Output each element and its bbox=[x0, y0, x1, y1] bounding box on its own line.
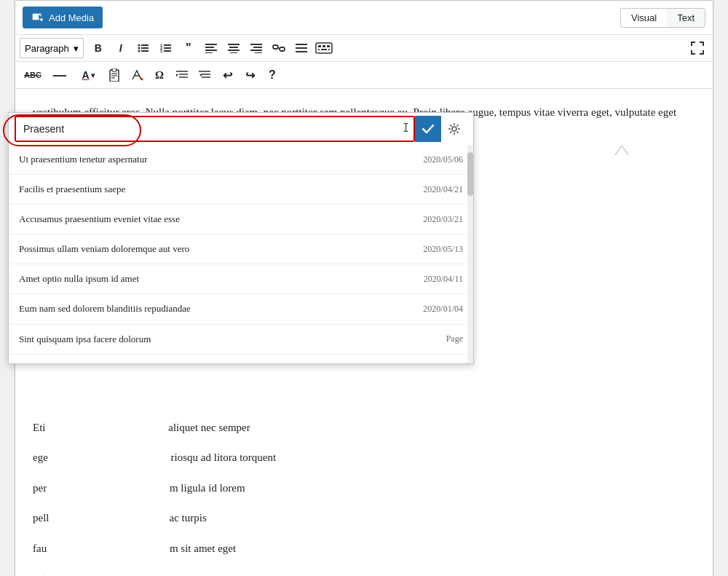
list-item[interactable]: Accusamus praesentium eveniet vitae esse… bbox=[9, 205, 473, 234]
list-item[interactable]: Ut praesentium tenetur aspernatur 2020/0… bbox=[9, 145, 473, 175]
paragraph-6: pell ac turpis bbox=[33, 509, 695, 528]
link-submit-button[interactable] bbox=[415, 116, 441, 142]
ol-list-button[interactable]: 1.2.3. bbox=[155, 38, 177, 58]
svg-rect-40 bbox=[318, 49, 320, 50]
link-dropdown: I bbox=[8, 112, 474, 364]
result-title: Culpa illo ut eveniet impedit est bbox=[19, 361, 140, 363]
add-media-label: Add Media bbox=[49, 12, 94, 23]
paragraph-select[interactable]: Paragraph ▾ bbox=[20, 38, 84, 58]
svg-point-6 bbox=[138, 44, 140, 47]
paste-as-text-button[interactable] bbox=[103, 65, 125, 85]
link-button[interactable] bbox=[268, 38, 290, 58]
scrollbar-thumb[interactable] bbox=[467, 152, 473, 196]
result-title: Eum nam sed dolorem blanditiis repudiand… bbox=[19, 301, 191, 317]
list-item[interactable]: Possimus ullam veniam doloremque aut ver… bbox=[9, 234, 473, 264]
list-item[interactable]: Amet optio nulla ipsum id amet 2020/04/1… bbox=[9, 264, 473, 294]
align-right-button[interactable] bbox=[245, 38, 267, 58]
svg-text:3.: 3. bbox=[160, 49, 164, 53]
result-title: Possimus ullam veniam doloremque aut ver… bbox=[19, 241, 189, 257]
paragraph-arrow-icon: ▾ bbox=[74, 43, 79, 54]
result-title: Facilis et praesentium saepe bbox=[19, 181, 125, 197]
result-date: 2020/05/13 bbox=[423, 242, 463, 256]
redo-button[interactable]: ↪ bbox=[239, 65, 261, 85]
text-tab[interactable]: Text bbox=[667, 9, 705, 27]
paragraph-8: est. magna a magna bbox=[33, 569, 695, 576]
paragraph-4: ege riosqu ad litora torquent bbox=[33, 449, 695, 467]
view-tabs: Visual Text bbox=[620, 8, 705, 28]
result-date: 2020/01/04 bbox=[423, 301, 463, 316]
result-date: 2020/03/21 bbox=[423, 212, 463, 226]
paragraph-5: per m ligula id lorem bbox=[33, 479, 695, 498]
help-button[interactable]: ? bbox=[261, 65, 283, 85]
result-date: 2020/04/11 bbox=[424, 272, 463, 286]
result-date: Page bbox=[446, 362, 463, 364]
link-search-input[interactable] bbox=[16, 117, 398, 141]
list-item[interactable]: Eum nam sed dolorem blanditiis repudiand… bbox=[9, 294, 473, 324]
result-title: Accusamus praesentium eveniet vitae esse bbox=[19, 211, 180, 227]
hr-button[interactable]: — bbox=[47, 65, 73, 85]
svg-rect-41 bbox=[321, 49, 327, 50]
toolbar-row-1: Paragraph ▾ B I 1.2.3. " bbox=[15, 35, 713, 62]
result-date: 2020/05/06 bbox=[423, 152, 463, 167]
svg-rect-42 bbox=[328, 49, 330, 50]
indent-button[interactable] bbox=[171, 65, 193, 85]
outdent-button[interactable] bbox=[194, 65, 215, 85]
editor-container: Add Media Visual Text Paragraph ▾ B I 1.… bbox=[15, 0, 713, 576]
link-input-row: I bbox=[9, 113, 473, 145]
svg-point-56 bbox=[452, 127, 456, 131]
svg-rect-38 bbox=[323, 45, 325, 47]
svg-rect-37 bbox=[318, 45, 321, 47]
add-media-icon bbox=[31, 11, 44, 24]
svg-rect-30 bbox=[273, 45, 278, 49]
result-title: Amet optio nulla ipsum id amet bbox=[19, 271, 139, 287]
text-color-button[interactable]: A ▾ bbox=[74, 65, 103, 85]
svg-line-49 bbox=[141, 78, 143, 80]
blockquote-button[interactable]: " bbox=[178, 38, 199, 58]
result-date: Page bbox=[446, 331, 463, 346]
list-item[interactable]: Facilis et praesentium saepe 2020/04/21 bbox=[9, 175, 473, 205]
svg-rect-31 bbox=[280, 47, 285, 51]
caret-up-inner bbox=[615, 146, 628, 156]
paragraph-3: Eti aliquet nec semper bbox=[33, 419, 695, 438]
cursor-icon: I bbox=[398, 119, 414, 138]
visual-tab[interactable]: Visual bbox=[621, 9, 667, 27]
list-item[interactable]: Sint quisquam ipsa facere dolorum Page bbox=[9, 325, 473, 355]
link-input-wrapper: I bbox=[15, 116, 415, 142]
svg-point-8 bbox=[138, 47, 140, 50]
more-toolbar-button[interactable] bbox=[290, 38, 312, 58]
svg-point-10 bbox=[138, 50, 140, 52]
bold-button[interactable]: B bbox=[87, 38, 109, 58]
paragraph-label: Paragraph bbox=[25, 43, 69, 54]
align-center-button[interactable] bbox=[223, 38, 245, 58]
link-results-list: Ut praesentium tenetur aspernatur 2020/0… bbox=[9, 145, 473, 363]
top-bar: Add Media Visual Text bbox=[15, 1, 713, 35]
fullscreen-button[interactable] bbox=[687, 38, 708, 58]
keyboard-shortcuts-button[interactable] bbox=[313, 38, 335, 58]
svg-rect-39 bbox=[327, 45, 330, 47]
svg-rect-36 bbox=[316, 43, 332, 53]
scrollbar-track[interactable] bbox=[467, 145, 473, 363]
toolbar-row-2: ABC — A ▾ Ω ↩ ↪ ? bbox=[15, 62, 713, 89]
result-title: Ut praesentium tenetur aspernatur bbox=[19, 151, 148, 167]
add-media-button[interactable]: Add Media bbox=[23, 7, 103, 28]
undo-button[interactable]: ↩ bbox=[216, 65, 238, 85]
content-area[interactable]: vestibulum efficitur eros. Nulla porttit… bbox=[15, 89, 713, 576]
result-title: Sint quisquam ipsa facere dolorum bbox=[19, 331, 151, 347]
special-chars-button[interactable]: Ω bbox=[149, 65, 170, 85]
align-left-button[interactable] bbox=[200, 38, 222, 58]
strikethrough-button[interactable]: ABC bbox=[20, 65, 46, 85]
result-date: 2020/04/21 bbox=[423, 182, 463, 197]
italic-button[interactable]: I bbox=[110, 38, 132, 58]
ul-list-button[interactable] bbox=[132, 38, 154, 58]
clear-formatting-button[interactable] bbox=[126, 65, 148, 85]
list-item[interactable]: Culpa illo ut eveniet impedit est Page bbox=[9, 355, 473, 363]
paragraph-7: fau m sit amet eget bbox=[33, 540, 695, 559]
svg-rect-44 bbox=[112, 68, 116, 71]
link-settings-button[interactable] bbox=[441, 116, 467, 142]
